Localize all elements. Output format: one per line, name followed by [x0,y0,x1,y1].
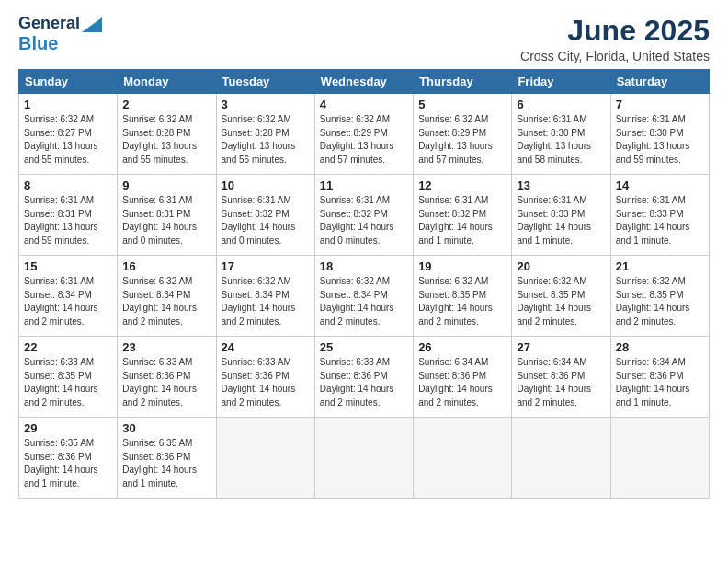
calendar-cell: 12Sunrise: 6:31 AM Sunset: 8:32 PM Dayli… [414,175,512,256]
col-header-thursday: Thursday [414,70,512,94]
calendar-cell: 5Sunrise: 6:32 AM Sunset: 8:29 PM Daylig… [414,94,512,175]
day-number: 13 [517,178,605,192]
col-header-wednesday: Wednesday [314,70,413,94]
calendar-cell: 7Sunrise: 6:31 AM Sunset: 8:30 PM Daylig… [610,94,709,175]
day-info: Sunrise: 6:33 AM Sunset: 8:36 PM Dayligh… [320,356,408,409]
day-info: Sunrise: 6:31 AM Sunset: 8:32 PM Dayligh… [418,194,506,247]
day-number: 20 [517,259,605,273]
day-number: 30 [122,421,210,435]
calendar-cell: 2Sunrise: 6:32 AM Sunset: 8:28 PM Daylig… [118,94,216,175]
day-info: Sunrise: 6:31 AM Sunset: 8:32 PM Dayligh… [222,194,310,247]
calendar-cell: 28Sunrise: 6:34 AM Sunset: 8:36 PM Dayli… [610,337,709,418]
logo-icon [82,17,102,32]
col-header-friday: Friday [512,70,610,94]
col-header-tuesday: Tuesday [216,70,314,94]
day-number: 1 [24,98,112,111]
calendar-week-row: 1Sunrise: 6:32 AM Sunset: 8:27 PM Daylig… [19,94,710,175]
day-info: Sunrise: 6:32 AM Sunset: 8:27 PM Dayligh… [24,113,112,167]
day-number: 11 [320,178,408,192]
day-number: 23 [122,340,210,354]
day-number: 2 [122,98,210,111]
page: General Blue June 2025 Cross City, Flori… [0,0,728,563]
day-info: Sunrise: 6:31 AM Sunset: 8:32 PM Dayligh… [320,194,408,247]
day-number: 6 [517,98,605,111]
col-header-sunday: Sunday [19,70,118,94]
logo-general: General [18,15,80,33]
day-info: Sunrise: 6:32 AM Sunset: 8:29 PM Dayligh… [418,113,506,167]
header: General Blue June 2025 Cross City, Flori… [18,15,710,63]
calendar-cell: 6Sunrise: 6:31 AM Sunset: 8:30 PM Daylig… [512,94,610,175]
day-info: Sunrise: 6:32 AM Sunset: 8:34 PM Dayligh… [320,275,408,328]
calendar-cell: 22Sunrise: 6:33 AM Sunset: 8:35 PM Dayli… [19,337,118,418]
calendar-cell: 10Sunrise: 6:31 AM Sunset: 8:32 PM Dayli… [216,175,314,256]
day-info: Sunrise: 6:32 AM Sunset: 8:35 PM Dayligh… [517,275,605,328]
day-info: Sunrise: 6:32 AM Sunset: 8:35 PM Dayligh… [616,275,704,328]
day-info: Sunrise: 6:34 AM Sunset: 8:36 PM Dayligh… [517,356,605,409]
day-number: 22 [24,340,112,354]
day-info: Sunrise: 6:31 AM Sunset: 8:33 PM Dayligh… [616,194,704,247]
calendar-table: SundayMondayTuesdayWednesdayThursdayFrid… [18,69,710,499]
day-number: 19 [418,259,506,273]
day-info: Sunrise: 6:32 AM Sunset: 8:34 PM Dayligh… [222,275,310,328]
calendar-week-row: 22Sunrise: 6:33 AM Sunset: 8:35 PM Dayli… [19,337,710,418]
location: Cross City, Florida, United States [520,49,710,63]
calendar-cell: 4Sunrise: 6:32 AM Sunset: 8:29 PM Daylig… [314,94,413,175]
calendar-cell: 16Sunrise: 6:32 AM Sunset: 8:34 PM Dayli… [118,256,216,337]
day-info: Sunrise: 6:31 AM Sunset: 8:30 PM Dayligh… [616,113,704,167]
calendar-cell: 9Sunrise: 6:31 AM Sunset: 8:31 PM Daylig… [118,175,216,256]
day-number: 12 [418,178,506,192]
day-number: 26 [418,340,506,354]
calendar-week-row: 29Sunrise: 6:35 AM Sunset: 8:36 PM Dayli… [19,418,710,499]
day-number: 24 [222,340,310,354]
day-number: 5 [418,98,506,111]
logo-blue: Blue [18,33,58,53]
day-info: Sunrise: 6:32 AM Sunset: 8:28 PM Dayligh… [122,113,210,167]
day-number: 29 [24,421,112,435]
calendar-cell [610,418,709,499]
calendar-cell [216,418,314,499]
day-number: 14 [616,178,704,192]
day-info: Sunrise: 6:31 AM Sunset: 8:33 PM Dayligh… [517,194,605,247]
day-info: Sunrise: 6:31 AM Sunset: 8:30 PM Dayligh… [517,113,605,167]
calendar-cell: 8Sunrise: 6:31 AM Sunset: 8:31 PM Daylig… [19,175,118,256]
day-info: Sunrise: 6:31 AM Sunset: 8:34 PM Dayligh… [24,275,112,328]
calendar-cell [314,418,413,499]
day-info: Sunrise: 6:35 AM Sunset: 8:36 PM Dayligh… [122,437,210,490]
calendar-cell: 18Sunrise: 6:32 AM Sunset: 8:34 PM Dayli… [314,256,413,337]
day-info: Sunrise: 6:32 AM Sunset: 8:35 PM Dayligh… [418,275,506,328]
calendar-cell: 3Sunrise: 6:32 AM Sunset: 8:28 PM Daylig… [216,94,314,175]
calendar-cell [414,418,512,499]
calendar-header-row: SundayMondayTuesdayWednesdayThursdayFrid… [19,70,710,94]
calendar-cell: 15Sunrise: 6:31 AM Sunset: 8:34 PM Dayli… [19,256,118,337]
calendar-week-row: 15Sunrise: 6:31 AM Sunset: 8:34 PM Dayli… [19,256,710,337]
day-number: 7 [616,98,704,111]
day-info: Sunrise: 6:35 AM Sunset: 8:36 PM Dayligh… [24,437,112,490]
calendar-cell: 20Sunrise: 6:32 AM Sunset: 8:35 PM Dayli… [512,256,610,337]
day-info: Sunrise: 6:32 AM Sunset: 8:28 PM Dayligh… [222,113,310,167]
calendar-cell: 30Sunrise: 6:35 AM Sunset: 8:36 PM Dayli… [118,418,216,499]
day-number: 25 [320,340,408,354]
day-info: Sunrise: 6:31 AM Sunset: 8:31 PM Dayligh… [122,194,210,247]
day-number: 18 [320,259,408,273]
day-number: 28 [616,340,704,354]
day-info: Sunrise: 6:31 AM Sunset: 8:31 PM Dayligh… [24,194,112,247]
col-header-saturday: Saturday [610,70,709,94]
calendar-cell: 24Sunrise: 6:33 AM Sunset: 8:36 PM Dayli… [216,337,314,418]
calendar-cell: 27Sunrise: 6:34 AM Sunset: 8:36 PM Dayli… [512,337,610,418]
calendar-cell [512,418,610,499]
day-info: Sunrise: 6:34 AM Sunset: 8:36 PM Dayligh… [616,356,704,409]
day-number: 10 [222,178,310,192]
day-number: 8 [24,178,112,192]
day-info: Sunrise: 6:33 AM Sunset: 8:36 PM Dayligh… [122,356,210,409]
calendar-cell: 14Sunrise: 6:31 AM Sunset: 8:33 PM Dayli… [610,175,709,256]
calendar-cell: 19Sunrise: 6:32 AM Sunset: 8:35 PM Dayli… [414,256,512,337]
day-info: Sunrise: 6:33 AM Sunset: 8:36 PM Dayligh… [222,356,310,409]
logo: General Blue [18,15,102,53]
calendar-cell: 23Sunrise: 6:33 AM Sunset: 8:36 PM Dayli… [118,337,216,418]
day-number: 17 [222,259,310,273]
calendar-cell: 1Sunrise: 6:32 AM Sunset: 8:27 PM Daylig… [19,94,118,175]
svg-marker-0 [82,17,102,32]
month-title: June 2025 [520,15,710,47]
day-number: 3 [222,98,310,111]
calendar-week-row: 8Sunrise: 6:31 AM Sunset: 8:31 PM Daylig… [19,175,710,256]
